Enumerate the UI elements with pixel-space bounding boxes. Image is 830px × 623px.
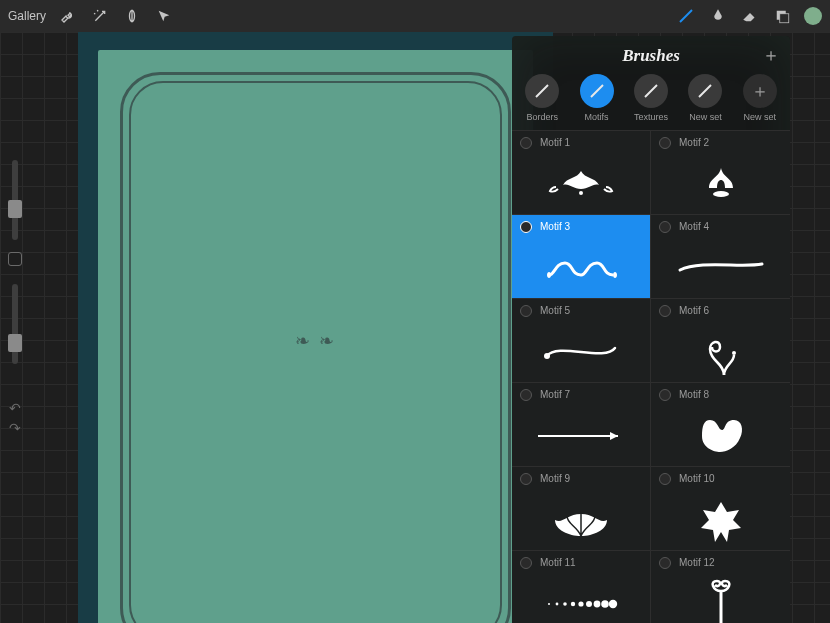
undo-icon[interactable]: ↶ xyxy=(9,400,21,416)
brush-preview xyxy=(651,237,790,298)
smudge-icon[interactable] xyxy=(708,6,728,26)
brush-radio[interactable] xyxy=(659,221,671,233)
color-swatch[interactable] xyxy=(804,7,822,25)
cursor-icon[interactable] xyxy=(154,6,174,26)
brush-motif-2[interactable]: Motif 2 xyxy=(651,131,790,215)
brush-set-new-set[interactable]: New set xyxy=(681,74,729,122)
brush-preview xyxy=(512,573,650,623)
brush-label: Motif 6 xyxy=(651,299,790,321)
wrench-icon[interactable] xyxy=(58,6,78,26)
svg-point-3 xyxy=(713,191,729,197)
brush-radio[interactable] xyxy=(659,557,671,569)
svg-point-15 xyxy=(609,599,617,607)
brush-preview xyxy=(651,405,790,466)
gallery-link[interactable]: Gallery xyxy=(8,9,46,23)
brush-motif-6[interactable]: Motif 6 xyxy=(651,299,790,383)
brush-preview xyxy=(651,153,790,214)
svg-point-11 xyxy=(578,601,583,606)
brush-radio[interactable] xyxy=(520,305,532,317)
brush-set-tabs: BordersMotifsTexturesNew set＋New set xyxy=(512,72,790,130)
brush-icon[interactable] xyxy=(676,6,696,26)
brush-radio[interactable] xyxy=(659,473,671,485)
add-brush-icon[interactable]: ＋ xyxy=(762,46,780,64)
brush-motif-3[interactable]: Motif 3 xyxy=(512,215,651,299)
brush-radio[interactable] xyxy=(659,305,671,317)
brush-motif-11[interactable]: Motif 11 xyxy=(512,551,651,623)
brush-radio[interactable] xyxy=(520,137,532,149)
brush-label: Motif 7 xyxy=(512,383,650,405)
brush-set-motifs[interactable]: Motifs xyxy=(572,74,620,122)
canvas-center-motif: ❧ ❧ xyxy=(295,330,336,352)
brush-radio[interactable] xyxy=(520,221,532,233)
brush-set-new-set[interactable]: ＋New set xyxy=(736,74,784,122)
svg-point-14 xyxy=(601,600,609,608)
brush-motif-4[interactable]: Motif 4 xyxy=(651,215,790,299)
brush-grid: Motif 1Motif 2Motif 3Motif 4Motif 5Motif… xyxy=(512,130,790,623)
svg-point-4 xyxy=(544,353,550,359)
brush-motif-12[interactable]: Motif 12 xyxy=(651,551,790,623)
brush-preview xyxy=(512,237,650,298)
brush-radio[interactable] xyxy=(659,389,671,401)
left-sliders xyxy=(4,160,26,430)
svg-point-7 xyxy=(548,603,550,605)
brush-label: Motif 12 xyxy=(651,551,790,573)
svg-rect-1 xyxy=(780,14,789,23)
brush-label: Motif 8 xyxy=(651,383,790,405)
brush-set-label: New set xyxy=(744,112,777,122)
modifier-button[interactable] xyxy=(8,252,22,266)
svg-point-9 xyxy=(563,602,567,606)
brush-radio[interactable] xyxy=(520,557,532,569)
brush-label: Motif 4 xyxy=(651,215,790,237)
redo-icon[interactable]: ↷ xyxy=(9,420,21,436)
brush-motif-1[interactable]: Motif 1 xyxy=(512,131,651,215)
brush-label: Motif 10 xyxy=(651,467,790,489)
brush-set-label: Motifs xyxy=(585,112,609,122)
brush-preview xyxy=(512,489,650,550)
svg-point-5 xyxy=(732,351,736,355)
brush-motif-8[interactable]: Motif 8 xyxy=(651,383,790,467)
brush-set-label: Textures xyxy=(634,112,668,122)
artwork-canvas[interactable]: ❧ ❧ xyxy=(78,30,553,623)
brush-label: Motif 11 xyxy=(512,551,650,573)
brush-motif-9[interactable]: Motif 9 xyxy=(512,467,651,551)
select-icon[interactable] xyxy=(122,6,142,26)
brush-label: Motif 5 xyxy=(512,299,650,321)
brush-label: Motif 2 xyxy=(651,131,790,153)
svg-point-13 xyxy=(594,600,601,607)
brush-motif-5[interactable]: Motif 5 xyxy=(512,299,651,383)
brush-preview xyxy=(651,489,790,550)
svg-point-8 xyxy=(556,602,559,605)
top-toolbar: Gallery xyxy=(0,0,830,32)
brush-radio[interactable] xyxy=(520,389,532,401)
brush-radio[interactable] xyxy=(659,137,671,149)
panel-title: Brushes xyxy=(524,46,778,66)
brush-size-slider[interactable] xyxy=(12,160,18,240)
brush-set-label: New set xyxy=(689,112,722,122)
brush-preview xyxy=(512,321,650,382)
brush-motif-10[interactable]: Motif 10 xyxy=(651,467,790,551)
brush-set-borders[interactable]: Borders xyxy=(518,74,566,122)
brush-preview xyxy=(651,321,790,382)
brush-label: Motif 1 xyxy=(512,131,650,153)
brush-label: Motif 3 xyxy=(512,215,650,237)
brush-label: Motif 9 xyxy=(512,467,650,489)
wand-icon[interactable] xyxy=(90,6,110,26)
brush-motif-7[interactable]: Motif 7 xyxy=(512,383,651,467)
brush-set-label: Borders xyxy=(526,112,558,122)
svg-point-2 xyxy=(579,191,583,195)
brush-set-textures[interactable]: Textures xyxy=(627,74,675,122)
opacity-slider[interactable] xyxy=(12,284,18,364)
brush-preview xyxy=(512,153,650,214)
svg-point-10 xyxy=(571,601,575,605)
layers-icon[interactable] xyxy=(772,6,792,26)
brush-preview xyxy=(651,573,790,623)
brush-preview xyxy=(512,405,650,466)
svg-point-12 xyxy=(586,601,592,607)
eraser-icon[interactable] xyxy=(740,6,760,26)
brush-radio[interactable] xyxy=(520,473,532,485)
brushes-panel: Brushes ＋ BordersMotifsTexturesNew set＋N… xyxy=(512,36,790,623)
